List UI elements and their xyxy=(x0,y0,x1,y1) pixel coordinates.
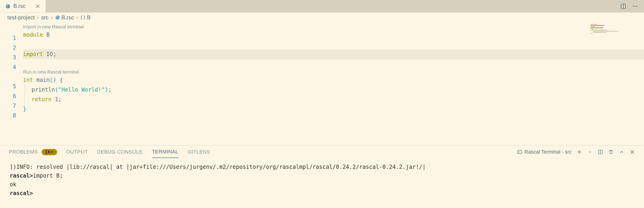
line-number-gutter: . 1 2 3 4 . 5 6 7 8 xyxy=(0,23,23,145)
line-number: 4 xyxy=(0,62,23,72)
codelens-import-terminal[interactable]: Import in new Rascal terminal xyxy=(23,24,644,30)
breadcrumb-segment-file[interactable]: B.rsc xyxy=(62,14,74,21)
breadcrumb-segment-project[interactable]: test-project xyxy=(7,14,35,21)
terminal-line: rascal> xyxy=(10,189,634,198)
editor-tab-label: B.rsc xyxy=(13,3,25,9)
terminal-output[interactable]: ])INFO: resolved |lib://rascal| at |jar+… xyxy=(0,158,644,200)
more-actions-icon[interactable] xyxy=(632,3,638,10)
terminal-line: rascal>import B; xyxy=(10,171,634,180)
line-number: 1 xyxy=(0,33,23,43)
terminal-name-label: Rascal Terminal - src xyxy=(524,149,572,155)
breadcrumb-segment-src[interactable]: src xyxy=(41,14,48,21)
close-panel-button[interactable] xyxy=(629,149,635,155)
problems-count-badge: 1K+ xyxy=(42,149,57,155)
panel-tab-gitlens[interactable]: GITLENS xyxy=(188,146,210,158)
code-line[interactable] xyxy=(23,40,644,49)
editor-tab-b-rsc[interactable]: B.rsc xyxy=(0,0,46,12)
code-line[interactable]: } xyxy=(23,104,644,114)
editor-tabbar: B.rsc xyxy=(0,0,644,13)
terminal-selector[interactable]: Rascal Terminal - src xyxy=(517,149,572,155)
new-terminal-button[interactable] xyxy=(576,149,582,155)
panel-tab-problems[interactable]: PROBLEMS 1K+ xyxy=(9,146,57,158)
code-line[interactable] xyxy=(23,59,644,69)
code-area[interactable]: Import in new Rascal terminal module B i… xyxy=(23,23,644,145)
breadcrumb-segment-symbol[interactable]: B xyxy=(87,14,90,21)
codelens-run-terminal[interactable]: Run in new Rascal terminal xyxy=(23,69,644,75)
panel-tab-label: PROBLEMS xyxy=(9,149,38,155)
terminal-line: ok xyxy=(10,180,634,189)
bottom-panel: PROBLEMS 1K+ OUTPUT DEBUG CONSOLE TERMIN… xyxy=(0,145,644,200)
svg-point-2 xyxy=(633,6,634,7)
panel-actions: Rascal Terminal - src xyxy=(517,149,635,155)
panel-tabbar: PROBLEMS 1K+ OUTPUT DEBUG CONSOLE TERMIN… xyxy=(0,145,644,158)
maximize-panel-button[interactable] xyxy=(619,149,625,155)
code-line[interactable]: return 1; xyxy=(23,95,644,104)
kill-terminal-button[interactable] xyxy=(608,149,614,155)
rascal-file-icon xyxy=(5,4,10,9)
terminal-dropdown-button[interactable] xyxy=(587,149,593,155)
breadcrumb-separator: › xyxy=(36,14,40,21)
code-editor[interactable]: . 1 2 3 4 . 5 6 7 8 Import in new Rascal… xyxy=(0,23,644,145)
svg-point-4 xyxy=(636,6,637,7)
close-tab-button[interactable] xyxy=(35,4,40,9)
line-number: 5 xyxy=(0,82,23,91)
line-number: 6 xyxy=(0,91,23,101)
code-line[interactable]: int main() { xyxy=(23,75,644,85)
line-number: 7 xyxy=(0,101,23,111)
split-terminal-button[interactable] xyxy=(598,149,604,155)
terminal-command: import B; xyxy=(33,172,63,179)
terminal-line: ])INFO: resolved |lib://rascal| at |jar+… xyxy=(10,163,634,171)
panel-tab-terminal[interactable]: TERMINAL xyxy=(152,146,178,158)
terminal-prompt: rascal> xyxy=(10,190,33,196)
split-editor-icon[interactable] xyxy=(620,3,626,10)
breadcrumb[interactable]: test-project › src › B.rsc › B xyxy=(0,13,644,23)
line-number: 3 xyxy=(0,53,23,62)
breadcrumb-separator: › xyxy=(75,14,79,21)
terminal-shell-icon xyxy=(517,149,522,154)
panel-tab-output[interactable]: OUTPUT xyxy=(66,146,88,158)
line-number: 2 xyxy=(0,43,23,53)
code-line[interactable]: module B xyxy=(23,30,644,40)
editor-title-actions xyxy=(614,0,644,12)
breadcrumb-separator: › xyxy=(50,14,54,21)
terminal-prompt: rascal> xyxy=(10,172,33,179)
svg-rect-5 xyxy=(518,150,522,154)
namespace-icon xyxy=(80,15,86,20)
svg-point-3 xyxy=(635,6,636,7)
code-line-current[interactable]: import IO; xyxy=(23,49,644,59)
panel-tab-debug-console[interactable]: DEBUG CONSOLE xyxy=(97,146,142,158)
line-number: 8 xyxy=(0,111,23,120)
code-line[interactable]: println("Hello World!"); xyxy=(23,85,644,95)
rascal-file-icon xyxy=(55,15,60,20)
